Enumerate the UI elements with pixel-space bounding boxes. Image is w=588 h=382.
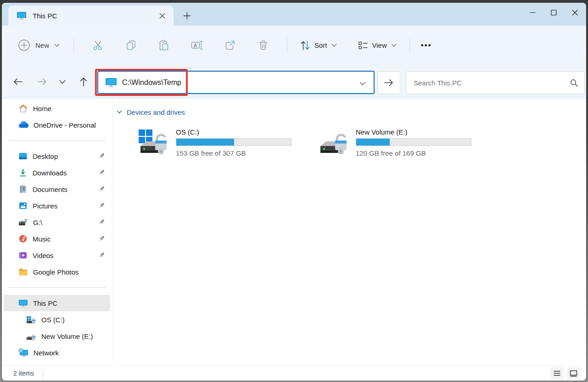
new-button[interactable]: New bbox=[18, 35, 66, 56]
sidebar-item-this-pc[interactable]: This PC bbox=[4, 295, 110, 311]
forward-icon[interactable] bbox=[33, 73, 51, 91]
sidebar-item-desktop[interactable]: Desktop bbox=[4, 148, 110, 164]
tab-close-icon[interactable] bbox=[155, 9, 169, 22]
share-icon[interactable] bbox=[221, 36, 239, 55]
drive-capacity-bar bbox=[356, 138, 471, 146]
section-devices-and-drives[interactable]: Devices and drives bbox=[117, 108, 586, 116]
search-icon[interactable] bbox=[570, 79, 578, 87]
sidebar-item-g-drive[interactable]: ? G:\ bbox=[4, 214, 110, 230]
pin-icon bbox=[98, 202, 105, 209]
plus-circle-icon bbox=[18, 39, 30, 51]
new-tab-button[interactable] bbox=[179, 8, 195, 23]
chevron-down-icon bbox=[54, 44, 60, 47]
sidebar-item-documents[interactable]: Documents bbox=[4, 181, 110, 197]
navigation-pane: Home OneDrive - Personal Desktop bbox=[2, 99, 112, 365]
close-icon[interactable] bbox=[564, 3, 585, 22]
details-view-icon[interactable] bbox=[551, 367, 563, 379]
chevron-down-icon bbox=[331, 44, 337, 47]
sidebar-item-onedrive[interactable]: OneDrive - Personal bbox=[4, 117, 110, 133]
files-pane: Devices and drives OS (C:) 153 bbox=[112, 99, 586, 365]
sidebar-item-home[interactable]: Home bbox=[4, 100, 110, 117]
drive-free-space: 153 GB free of 307 GB bbox=[176, 149, 292, 157]
more-options-icon[interactable]: ••• bbox=[417, 36, 436, 55]
minimize-icon[interactable] bbox=[522, 3, 543, 22]
videos-icon bbox=[18, 251, 28, 260]
large-icons-view-icon[interactable] bbox=[567, 367, 580, 379]
address-row: C:\Windows\Temp bbox=[2, 65, 586, 99]
sidebar-item-music[interactable]: Music bbox=[4, 230, 110, 247]
search-input[interactable] bbox=[406, 79, 570, 87]
drive-name: OS (C:) bbox=[176, 128, 292, 136]
tab-this-pc[interactable]: This PC bbox=[8, 6, 174, 26]
network-icon bbox=[18, 348, 28, 357]
folder-icon bbox=[18, 268, 28, 276]
toolbar-divider bbox=[409, 39, 410, 52]
paste-icon[interactable] bbox=[155, 36, 173, 55]
cut-icon[interactable] bbox=[89, 36, 107, 55]
sidebar-item-pictures[interactable]: Pictures bbox=[4, 197, 110, 214]
up-icon[interactable] bbox=[74, 73, 93, 91]
maximize-icon[interactable] bbox=[543, 3, 564, 22]
address-dropdown-chevron-icon[interactable] bbox=[357, 78, 368, 89]
sidebar-item-label: Pictures bbox=[33, 202, 57, 210]
tab-title: This PC bbox=[33, 12, 155, 20]
sidebar-item-label: Documents bbox=[33, 185, 67, 193]
drive-capacity-fill bbox=[176, 139, 234, 146]
sidebar-item-new-volume-e[interactable]: New Volume (E:) bbox=[4, 328, 110, 344]
sidebar-divider bbox=[8, 287, 106, 288]
pin-icon bbox=[98, 219, 105, 225]
toolbar-divider bbox=[287, 39, 287, 52]
downloads-icon bbox=[18, 168, 28, 177]
locked-drive-icon bbox=[26, 332, 36, 341]
locked-drive-large-icon bbox=[318, 128, 353, 157]
music-icon bbox=[18, 234, 28, 243]
go-to-icon[interactable] bbox=[377, 71, 400, 94]
pin-icon bbox=[98, 235, 105, 242]
status-bar: 2 items bbox=[2, 365, 586, 381]
drive-capacity-bar bbox=[176, 138, 291, 146]
os-drive-icon bbox=[26, 315, 36, 324]
sidebar-item-label: OS (C:) bbox=[41, 316, 65, 324]
sidebar-item-videos[interactable]: Videos bbox=[4, 247, 110, 264]
drive-question-icon: ? bbox=[18, 218, 28, 226]
pin-icon bbox=[98, 185, 105, 192]
svg-text:A: A bbox=[194, 43, 197, 48]
tab-bar: This PC bbox=[2, 3, 586, 26]
sidebar-item-label: New Volume (E:) bbox=[41, 332, 93, 340]
sidebar-item-network[interactable]: Network bbox=[4, 344, 110, 361]
status-divider bbox=[43, 370, 43, 377]
drive-free-space: 120 GB free of 169 GB bbox=[356, 149, 472, 157]
copy-icon[interactable] bbox=[122, 36, 140, 55]
section-label: Devices and drives bbox=[127, 108, 185, 116]
view-button-label: View bbox=[372, 41, 387, 49]
address-bar[interactable]: C:\Windows\Temp bbox=[97, 71, 375, 94]
sidebar-item-label: Home bbox=[33, 105, 51, 112]
view-button[interactable]: View bbox=[353, 36, 402, 55]
sidebar-item-os-c[interactable]: OS (C:) bbox=[4, 311, 110, 328]
sidebar-item-label: Desktop bbox=[33, 152, 58, 160]
desktop-icon bbox=[18, 152, 28, 161]
address-path-text: C:\Windows\Temp bbox=[122, 79, 181, 87]
new-button-label: New bbox=[35, 41, 49, 49]
view-layout-icon bbox=[358, 40, 368, 51]
os-drive-large-icon bbox=[138, 128, 173, 157]
drive-tile-os-c[interactable]: OS (C:) 153 GB free of 307 GB bbox=[138, 128, 292, 157]
sidebar-item-downloads[interactable]: Downloads bbox=[4, 164, 110, 181]
drive-name: New Volume (E:) bbox=[356, 128, 472, 136]
section-collapse-chevron-icon[interactable] bbox=[117, 110, 122, 114]
recent-locations-chevron-icon[interactable] bbox=[53, 73, 72, 91]
rename-icon[interactable]: A bbox=[188, 36, 206, 55]
home-icon bbox=[18, 104, 28, 113]
command-bar: New A bbox=[2, 26, 586, 65]
sort-button[interactable]: Sort bbox=[295, 36, 342, 55]
sidebar-item-label: Google Photos bbox=[33, 268, 78, 276]
drive-tile-new-volume-e[interactable]: New Volume (E:) 120 GB free of 169 GB bbox=[318, 128, 472, 157]
delete-icon[interactable] bbox=[254, 36, 272, 55]
pin-icon bbox=[98, 152, 105, 159]
chevron-down-icon bbox=[391, 44, 397, 47]
window-controls bbox=[522, 3, 585, 22]
sidebar-item-google-photos[interactable]: Google Photos bbox=[4, 264, 110, 280]
sidebar-divider bbox=[8, 140, 106, 141]
toolbar-divider bbox=[73, 39, 74, 52]
back-icon[interactable] bbox=[9, 73, 27, 91]
